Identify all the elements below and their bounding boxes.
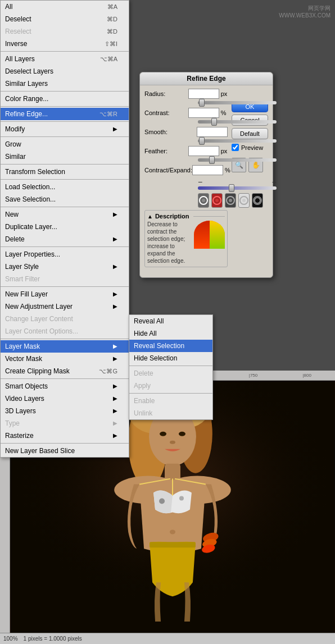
view-mode-2[interactable] [211, 193, 223, 208]
separator-1 [1, 51, 129, 52]
arrow-icon-modify: ▶ [113, 124, 117, 134]
menu-item-change-layer-content[interactable]: Change Layer Content [1, 313, 129, 325]
arrow-icon-type: ▶ [113, 418, 117, 428]
menu-item-modify[interactable]: Modify ▶ [1, 123, 129, 135]
description-image [194, 221, 225, 249]
submenu-unlink[interactable]: Unlink [129, 407, 212, 419]
menu-item-rasterize[interactable]: Rasterize ▶ [1, 430, 129, 442]
status-info: 1 pixels = 1.0000 pixels [24, 636, 82, 642]
menu-item-3d-layers[interactable]: 3D Layers ▶ [1, 405, 129, 417]
refine-edge-dialog: Refine Edge OK Cancel Default Preview 🔍 … [139, 72, 273, 278]
menu-item-reselect[interactable]: Reselect ⌘D [1, 25, 129, 38]
separator-8 [1, 207, 129, 207]
default-button[interactable]: Default [232, 128, 268, 139]
menu-item-new-layer-based-slice[interactable]: New Layer Based Slice [1, 445, 129, 457]
contract-slider-track [198, 186, 277, 190]
smooth-input[interactable]: 0 [197, 127, 228, 137]
submenu-enable[interactable]: Enable [129, 395, 212, 407]
submenu-delete[interactable]: Delete [129, 367, 212, 380]
submenu-reveal-all[interactable]: Reveal All [129, 315, 212, 327]
svg-point-5 [229, 199, 232, 202]
menu-item-inverse[interactable]: Inverse ⇧⌘I [1, 38, 129, 50]
view-mode-5[interactable] [252, 193, 263, 208]
arrow-icon-video: ▶ [113, 394, 117, 404]
menu-item-deselect-layers[interactable]: Deselect Layers [1, 65, 129, 77]
menu-item-type[interactable]: Type ▶ [1, 417, 129, 430]
arrow-icon-3d: ▶ [113, 406, 117, 416]
arrow-icon-new-fill: ▶ [113, 289, 117, 299]
menu-item-duplicate-layer[interactable]: Duplicate Layer... [1, 221, 129, 233]
menu-item-smart-objects[interactable]: Smart Objects ▶ [1, 380, 129, 392]
menu-item-delete[interactable]: Delete ▶ [1, 233, 129, 245]
radius-slider-row [144, 101, 228, 104]
arrow-icon-smart-obj: ▶ [113, 381, 117, 391]
contract-input[interactable]: -10 [192, 165, 223, 175]
menu-item-load-selection[interactable]: Load Selection... [1, 181, 129, 193]
minus-icon: − [198, 177, 202, 186]
menu-item-all-layers[interactable]: All Layers ⌥⌘A [1, 53, 129, 65]
contrast-slider-thumb[interactable] [211, 118, 217, 126]
arrow-icon-rasterize: ▶ [113, 431, 117, 441]
description-section: ▲ Description Decrease to contract the s… [144, 210, 228, 267]
radius-slider-track [198, 101, 277, 104]
menu-item-video-layers[interactable]: Video Layers ▶ [1, 392, 129, 405]
svg-rect-38 [150, 542, 196, 547]
smooth-slider-thumb[interactable] [199, 137, 205, 145]
view-mode-1[interactable] [198, 193, 209, 208]
svg-point-34 [170, 529, 175, 534]
feather-input[interactable]: 3.4 [188, 146, 219, 156]
view-icons-row [198, 193, 228, 208]
separator-13 [1, 443, 129, 444]
contrast-input[interactable]: 17 [188, 108, 219, 118]
feather-slider-thumb[interactable] [209, 156, 215, 164]
menu-item-deselect[interactable]: Deselect ⌘D [1, 13, 129, 25]
separator-3 [1, 106, 129, 107]
menu-item-layer-properties[interactable]: Layer Properties... [1, 248, 129, 261]
preview-row: Preview [232, 144, 268, 151]
menu-item-refine-edge[interactable]: Refine Edge... ⌥⌘R [1, 108, 129, 120]
menu-item-layer-style[interactable]: Layer Style ▶ [1, 261, 129, 273]
contract-slider-thumb[interactable] [229, 184, 234, 192]
menu-item-layer-mask[interactable]: Layer Mask ▶ [1, 340, 129, 353]
radius-input[interactable]: 0.0 [188, 89, 219, 99]
menu-item-color-range[interactable]: Color Range... [1, 93, 129, 105]
view-mode-4[interactable] [238, 193, 250, 208]
menu-item-new[interactable]: New ▶ [1, 208, 129, 221]
separator-12 [1, 378, 129, 379]
svg-point-25 [170, 441, 175, 444]
separator-6 [1, 164, 129, 165]
menu-item-vector-mask[interactable]: Vector Mask ▶ [1, 353, 129, 365]
submenu-sep-1 [129, 366, 212, 366]
preview-checkbox[interactable] [232, 144, 239, 151]
menu-item-transform-selection[interactable]: Transform Selection [1, 166, 129, 178]
menu-item-create-clipping-mask[interactable]: Create Clipping Mask ⌥⌘G [1, 365, 129, 377]
svg-point-9 [255, 198, 260, 203]
menu-item-new-fill-layer[interactable]: New Fill Layer ▶ [1, 288, 129, 300]
feather-slider-track [198, 158, 277, 162]
submenu-reveal-selection[interactable]: Reveal Selection [129, 340, 212, 352]
feather-slider-row [144, 158, 228, 162]
menu-item-save-selection[interactable]: Save Selection... [1, 193, 129, 205]
view-mode-3[interactable] [225, 193, 236, 208]
submenu-hide-selection[interactable]: Hide Selection [129, 352, 212, 364]
contrast-slider-track [198, 120, 277, 124]
submenu-sep-2 [129, 393, 212, 394]
radius-slider-thumb[interactable] [199, 99, 205, 107]
feather-row: Feather: 3.4 px [144, 146, 228, 156]
svg-point-7 [242, 199, 246, 202]
submenu-apply[interactable]: Apply [129, 380, 212, 392]
arrow-icon-layer-style: ▶ [113, 262, 117, 272]
arrow-icon-layer-mask: ▶ [113, 341, 117, 351]
submenu-hide-all[interactable]: Hide All [129, 327, 212, 340]
menu-item-similar-layers[interactable]: Similar Layers [1, 77, 129, 90]
status-bar: 100% 1 pixels = 1.0000 pixels [0, 633, 335, 644]
menu-item-new-adjustment-layer[interactable]: New Adjustment Layer ▶ [1, 300, 129, 313]
menu-item-grow[interactable]: Grow [1, 138, 129, 150]
radius-row: Radius: 0.0 px [144, 89, 228, 99]
smooth-slider-track [198, 139, 277, 143]
menu-item-similar[interactable]: Similar [1, 150, 129, 163]
menu-item-all[interactable]: All ⌘A [1, 1, 129, 13]
menu-item-layer-content-options[interactable]: Layer Content Options... [1, 325, 129, 337]
menu-item-smart-filter[interactable]: Smart Filter [1, 273, 129, 285]
separator-2 [1, 91, 129, 92]
